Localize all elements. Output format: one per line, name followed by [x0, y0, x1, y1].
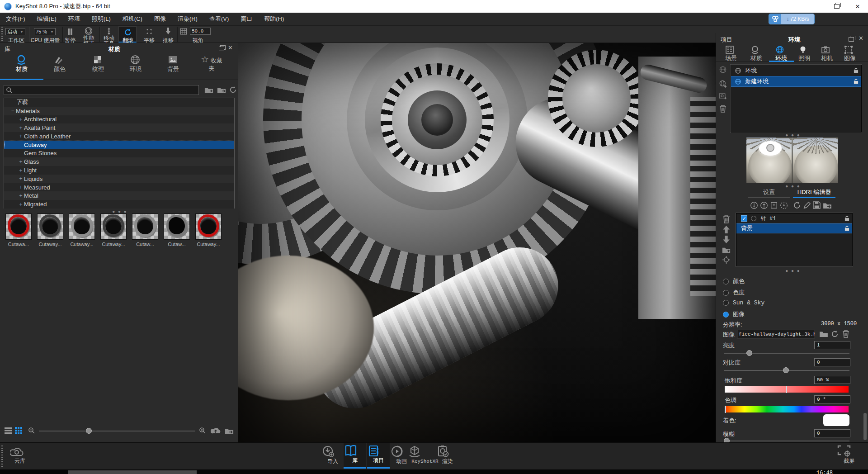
add-folder-icon[interactable] — [722, 246, 731, 253]
tree-item-downloads[interactable]: 下载 — [4, 98, 234, 107]
start-dropdown[interactable]: 启动▼ — [5, 28, 25, 35]
env-row-new-environment-selected[interactable]: 新建环境 — [731, 76, 861, 87]
proj-tab-image[interactable]: 图像 — [844, 45, 856, 62]
slider-thumb[interactable] — [86, 428, 92, 434]
proj-tab-environment[interactable]: 环境 — [775, 45, 787, 62]
export-folder-icon[interactable] — [823, 202, 832, 209]
pin-circle-icon[interactable] — [750, 201, 758, 209]
move-up-icon[interactable] — [722, 226, 730, 233]
contrast-value[interactable]: 0 — [814, 358, 850, 366]
edit-pencil-icon[interactable] — [803, 201, 811, 209]
lib-tab-materials[interactable]: 材质 — [16, 54, 28, 73]
saturation-value[interactable]: 50 % — [814, 376, 850, 384]
hdri-pin-ring[interactable] — [766, 144, 774, 152]
thumbnail-size-slider[interactable] — [39, 431, 195, 431]
close-button[interactable]: ✕ — [847, 0, 868, 13]
library-button-active[interactable]: 库 — [344, 443, 366, 469]
saturation-marker[interactable] — [786, 386, 787, 393]
proj-tab-lighting[interactable]: 照明 — [798, 45, 810, 62]
tree-item-materials[interactable]: −Materials — [4, 107, 234, 115]
import-folder-icon[interactable] — [217, 86, 226, 94]
menu-help[interactable]: 帮助(H) — [264, 15, 284, 23]
close-panel-icon[interactable]: ✕ — [228, 44, 233, 51]
proj-tab-camera[interactable]: 相机 — [821, 45, 833, 62]
cloud-library-button[interactable]: 云库 — [10, 446, 30, 465]
move-down-icon[interactable] — [722, 236, 730, 243]
lib-tab-textures[interactable]: 纹理 — [92, 54, 104, 73]
pan-icon[interactable] — [146, 28, 153, 35]
delete-environment-icon[interactable] — [719, 104, 726, 113]
tree-item-migrated[interactable]: +Migrated — [4, 200, 234, 209]
tree-item-architectural[interactable]: +Architectural — [4, 115, 234, 124]
splitter-handle[interactable]: ● ● ● — [779, 268, 807, 273]
grid-view-icon[interactable] — [15, 427, 22, 434]
slider-thumb[interactable] — [783, 367, 789, 373]
cloud-upload-icon[interactable] — [211, 426, 221, 434]
material-thumb[interactable]: Cutaw... — [131, 213, 159, 247]
hdri-preview[interactable] — [746, 137, 838, 183]
material-thumb[interactable]: Cutaw... — [163, 213, 191, 247]
fov-value-field[interactable]: 50.0 — [190, 28, 211, 35]
tree-item-light[interactable]: +Light — [4, 166, 234, 175]
lock-icon[interactable] — [854, 68, 859, 74]
add-folder-icon[interactable] — [204, 86, 213, 94]
refresh-icon[interactable] — [831, 330, 839, 338]
lib-tab-favorites[interactable]: ☆ 收藏夹 — [198, 54, 225, 73]
pause-icon[interactable] — [67, 28, 73, 35]
pin-square-icon[interactable] — [770, 201, 778, 209]
cpu-usage-dropdown[interactable]: 75 %▼ — [34, 28, 56, 35]
pin-row-background-selected[interactable]: 背景 — [736, 223, 852, 233]
pin-radio[interactable] — [751, 216, 756, 221]
brightness-value[interactable]: 1 — [814, 341, 850, 349]
float-panel-icon[interactable] — [849, 37, 854, 42]
menu-window[interactable]: 窗口 — [241, 15, 252, 23]
radio-chroma[interactable]: 色度 — [723, 289, 745, 297]
search-input[interactable] — [13, 87, 184, 93]
radio-image-selected[interactable]: 图像 — [723, 310, 745, 318]
saturation-gradient-bar[interactable] — [725, 386, 849, 393]
tumble-button[interactable]: 翻滚 — [118, 26, 137, 43]
contrast-slider[interactable] — [724, 370, 849, 371]
radio-sun-sky[interactable]: Sun & Sky — [723, 299, 764, 306]
add-camera-env-icon[interactable] — [719, 92, 727, 100]
restore-button[interactable] — [826, 0, 847, 13]
float-panel-icon[interactable] — [219, 47, 224, 51]
panel-scrollbar[interactable] — [863, 413, 867, 440]
material-thumb[interactable]: Cutawa... — [5, 213, 33, 247]
pin-row-1[interactable]: ✓ 针 #1 — [736, 213, 852, 223]
close-panel-icon[interactable]: ✕ — [859, 35, 863, 42]
pin-checkbox-checked[interactable]: ✓ — [741, 215, 747, 222]
menu-lighting[interactable]: 照明(L) — [92, 15, 111, 23]
save-icon[interactable] — [813, 201, 821, 209]
dolly-icon[interactable] — [165, 28, 171, 34]
pin-add-icon[interactable] — [760, 201, 768, 209]
env-row-environment[interactable]: 环境 — [731, 65, 861, 76]
hue-value[interactable]: 0 ° — [814, 395, 850, 403]
minimize-button[interactable]: — — [806, 0, 826, 13]
zoom-in-icon[interactable] — [199, 427, 206, 434]
material-thumb[interactable]: Cutaway... — [194, 213, 222, 247]
slider-thumb[interactable] — [746, 350, 752, 356]
toolbar-grip[interactable] — [1, 27, 3, 42]
list-view-icon[interactable] — [5, 427, 12, 434]
tree-item-cutaway-selected[interactable]: Cutaway — [4, 141, 234, 149]
tree-item-axalta-paint[interactable]: +Axalta Paint — [4, 123, 234, 132]
subtab-hdri-editor[interactable]: HDRI 编辑器 — [797, 188, 831, 196]
lock-icon[interactable] — [844, 216, 849, 222]
pin-dashed-icon[interactable] — [780, 201, 788, 209]
move-tool-icon[interactable] — [105, 28, 113, 35]
menu-file[interactable]: 文件(F) — [6, 15, 25, 23]
bottombar-grip[interactable] — [1, 446, 3, 467]
screenshot-button[interactable]: 截屏 — [837, 445, 861, 465]
menu-image[interactable]: 图像 — [154, 15, 166, 23]
project-button-active[interactable]: 项目 — [367, 443, 390, 469]
zoom-out-icon[interactable] — [28, 427, 35, 434]
subtab-settings[interactable]: 设置 — [763, 188, 775, 196]
delete-image-icon[interactable] — [842, 330, 849, 338]
radio-color[interactable]: 颜色 — [723, 277, 745, 285]
tint-color-swatch[interactable] — [823, 414, 849, 426]
menu-environment[interactable]: 环境 — [68, 15, 80, 23]
menu-view[interactable]: 查看(V) — [209, 15, 229, 23]
brightness-slider[interactable] — [724, 353, 849, 354]
lock-icon[interactable] — [854, 79, 859, 85]
